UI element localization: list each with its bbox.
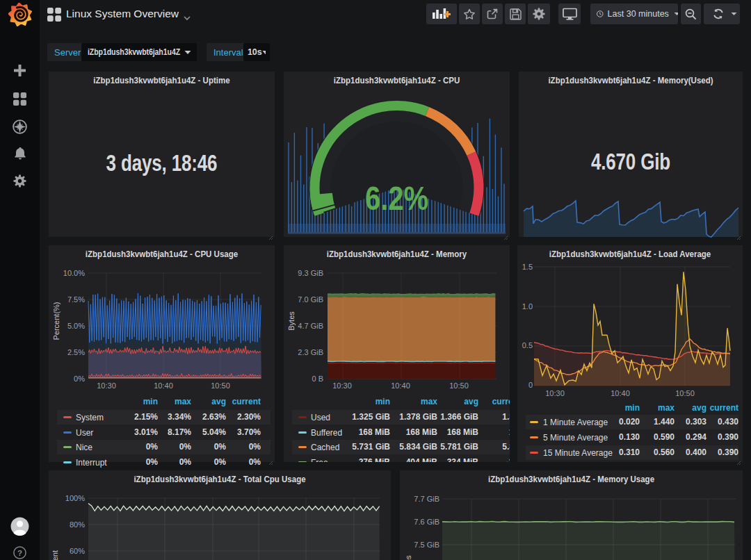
svg-text:?: ?: [17, 549, 22, 557]
svg-text:6.2%: 6.2%: [365, 180, 428, 217]
